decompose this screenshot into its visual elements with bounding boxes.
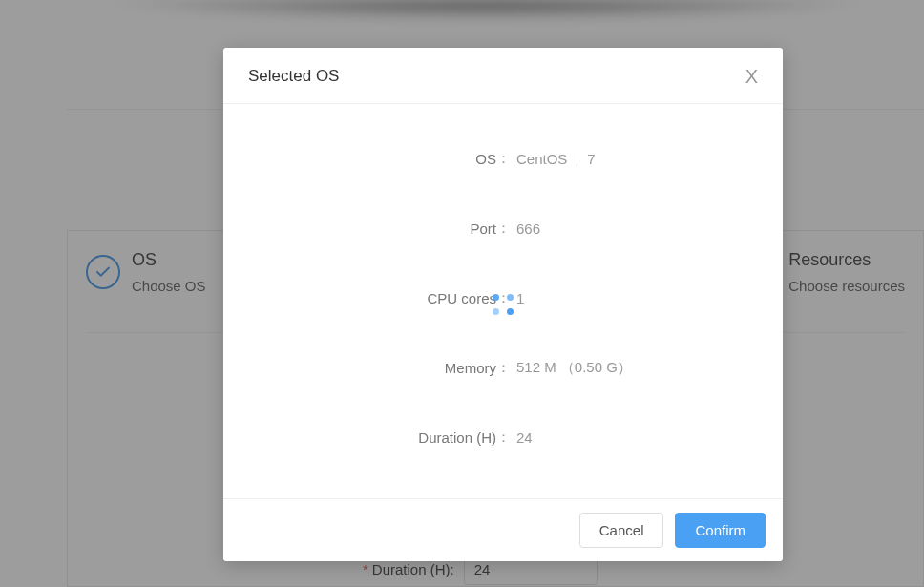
confirm-button[interactable]: Confirm <box>675 513 766 548</box>
field-port: Port ： 666 <box>248 220 758 238</box>
field-memory: Memory ： 512 M （0.50 G） <box>248 359 758 377</box>
memory-colon: ： <box>496 359 511 377</box>
duration-field-colon: ： <box>496 429 511 447</box>
field-duration: Duration (H) ： 24 <box>248 429 758 447</box>
loading-spinner-icon <box>493 294 514 315</box>
cpu-label: CPU cores <box>248 290 496 306</box>
os-version-value: 7 <box>587 151 595 167</box>
modal-title: Selected OS <box>248 67 339 86</box>
port-label: Port <box>248 220 496 237</box>
os-separator <box>577 153 578 166</box>
modal-footer: Cancel Confirm <box>223 498 783 561</box>
port-colon: ： <box>496 220 511 238</box>
selected-os-modal: Selected OS X OS ： CentOS 7 Port ： 666 C… <box>223 48 783 561</box>
duration-field-label: Duration (H) <box>248 430 496 446</box>
os-colon: ： <box>496 150 511 168</box>
os-name-value: CentOS <box>516 151 567 167</box>
memory-label: Memory <box>248 360 496 376</box>
os-label: OS <box>248 151 496 167</box>
field-os: OS ： CentOS 7 <box>248 150 758 168</box>
duration-field-value: 24 <box>516 430 533 446</box>
modal-header: Selected OS X <box>223 48 783 104</box>
close-icon[interactable]: X <box>746 67 758 86</box>
cancel-button[interactable]: Cancel <box>579 513 664 548</box>
cpu-value: 1 <box>516 290 524 306</box>
memory-value: 512 M （0.50 G） <box>516 359 632 377</box>
port-value: 666 <box>516 220 540 237</box>
